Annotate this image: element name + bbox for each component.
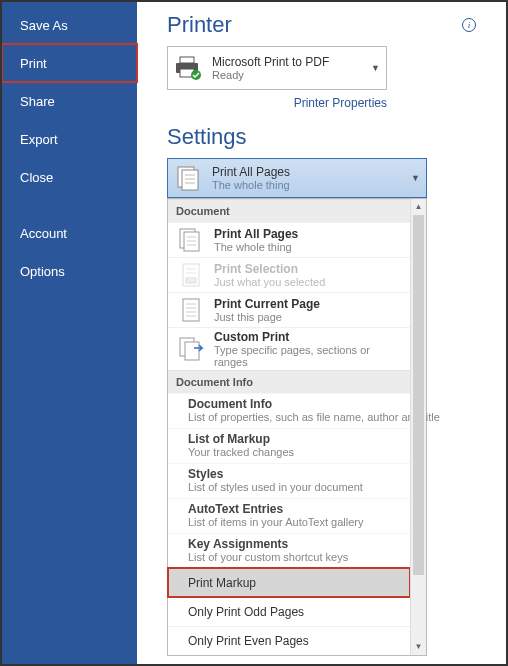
page-icon	[176, 295, 206, 325]
chevron-down-icon: ▼	[411, 173, 420, 183]
printer-selector[interactable]: Microsoft Print to PDF Ready ▼	[167, 46, 387, 90]
svg-rect-24	[185, 342, 199, 360]
scrollbar[interactable]: ▲ ▼	[410, 199, 426, 655]
svg-rect-18	[183, 299, 199, 321]
backstage-sidebar: Save As Print Share Export Close Account…	[2, 2, 137, 664]
main-panel: Printer i Microsoft Print to PDF Ready ▼…	[137, 2, 506, 664]
printer-heading: Printer i	[167, 12, 482, 38]
info-icon[interactable]: i	[462, 18, 476, 32]
svg-rect-0	[180, 57, 194, 63]
svg-rect-5	[182, 170, 198, 190]
printer-status: Ready	[212, 69, 329, 81]
pages-icon	[176, 225, 206, 255]
opt-list-of-markup[interactable]: List of MarkupYour tracked changes	[168, 428, 410, 463]
group-document: Document	[168, 199, 410, 222]
printer-name: Microsoft Print to PDF	[212, 55, 329, 69]
print-what-menu: ▲ ▼ Document Print All PagesThe whole th…	[167, 198, 427, 656]
svg-rect-15	[186, 278, 196, 283]
print-what-dropdown[interactable]: Print All Pages The whole thing ▼	[167, 158, 427, 198]
sidebar-item-save-as[interactable]: Save As	[2, 6, 137, 44]
chevron-down-icon: ▼	[371, 63, 380, 73]
sidebar-item-export[interactable]: Export	[2, 120, 137, 158]
opt-autotext-entries[interactable]: AutoText EntriesList of items in your Au…	[168, 498, 410, 533]
sidebar-item-options[interactable]: Options	[2, 252, 137, 290]
sidebar-item-print[interactable]: Print	[2, 44, 137, 82]
scroll-thumb[interactable]	[413, 215, 424, 575]
sidebar-item-close[interactable]: Close	[2, 158, 137, 196]
opt-key-assignments[interactable]: Key AssignmentsList of your custom short…	[168, 533, 410, 568]
pages-icon	[174, 164, 204, 192]
opt-custom-print[interactable]: Custom PrintType specific pages, section…	[168, 327, 410, 370]
scroll-up-button[interactable]: ▲	[411, 199, 426, 215]
settings-heading: Settings	[167, 124, 482, 150]
scroll-down-button[interactable]: ▼	[411, 639, 426, 655]
printer-icon	[174, 55, 204, 81]
opt-print-all-pages[interactable]: Print All PagesThe whole thing	[168, 222, 410, 257]
opt-only-odd-pages[interactable]: Only Print Odd Pages	[168, 597, 410, 626]
group-document-info: Document Info	[168, 370, 410, 393]
printer-properties-link[interactable]: Printer Properties	[294, 96, 387, 110]
opt-document-info[interactable]: Document InfoList of properties, such as…	[168, 393, 410, 428]
print-backstage: Save As Print Share Export Close Account…	[0, 0, 508, 666]
sidebar-item-account[interactable]: Account	[2, 214, 137, 252]
opt-print-selection: Print SelectionJust what you selected	[168, 257, 410, 292]
sidebar-item-share[interactable]: Share	[2, 82, 137, 120]
opt-print-markup[interactable]: Print Markup	[168, 568, 410, 597]
opt-only-even-pages[interactable]: Only Print Even Pages	[168, 626, 410, 655]
custom-print-icon	[176, 334, 206, 364]
opt-print-current-page[interactable]: Print Current PageJust this page	[168, 292, 410, 327]
opt-styles[interactable]: StylesList of styles used in your docume…	[168, 463, 410, 498]
page-selection-icon	[176, 260, 206, 290]
